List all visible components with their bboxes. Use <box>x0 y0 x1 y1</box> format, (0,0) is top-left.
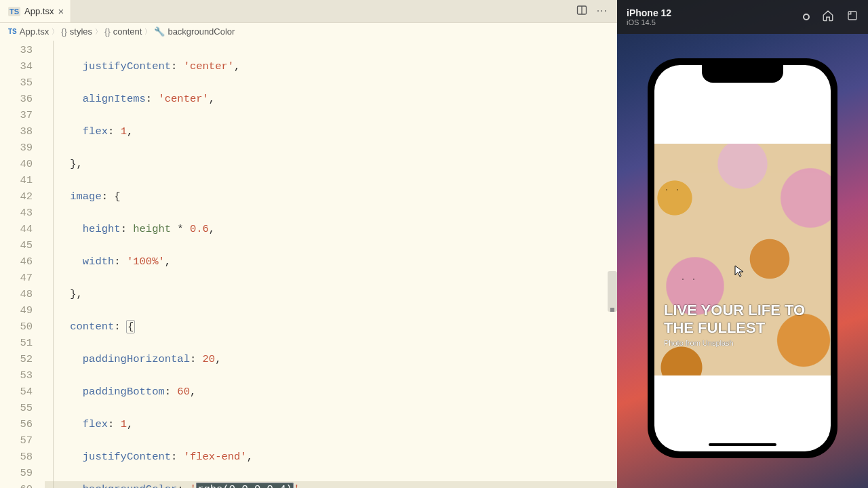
simulator-pane: iPhone 12 iOS 14.5 LIVE YOUR LIFE TO THE… <box>617 0 868 488</box>
text-selection[interactable]: rgba(0,0,0,0.4) <box>196 483 294 488</box>
line-number: 57 <box>0 432 33 449</box>
chevron-right-icon: 〉 <box>95 27 102 37</box>
line-number: 45 <box>0 237 33 253</box>
editor-tab-app-tsx[interactable]: TS App.tsx × <box>0 0 71 22</box>
simulator-device-name: iPhone 12 <box>627 7 671 18</box>
line-number: 53 <box>0 367 33 384</box>
line-number: 51 <box>0 335 33 351</box>
app-attribution-text: Photo from Unsplash <box>664 339 821 347</box>
device-frame: LIVE YOUR LIFE TO THE FULLEST Photo from… <box>648 58 837 458</box>
line-number: 36 <box>0 91 33 107</box>
symbol-object-icon: {} <box>61 26 67 37</box>
device-notch <box>702 65 783 83</box>
line-number: 49 <box>0 302 33 319</box>
chevron-right-icon: 〉 <box>52 27 58 37</box>
line-number: 60 <box>0 481 33 488</box>
line-number: 40 <box>0 156 33 172</box>
line-number: 52 <box>0 351 33 367</box>
typescript-icon: TS <box>8 7 20 16</box>
line-number: 59 <box>0 465 33 481</box>
typescript-icon: TS <box>8 28 17 35</box>
home-indicator[interactable] <box>709 443 776 446</box>
external-window-icon[interactable] <box>846 9 859 24</box>
active-line[interactable]: backgroundColor: 'rgba(0,0,0,0.4)', <box>45 481 617 488</box>
line-number: 56 <box>0 416 33 432</box>
more-actions-icon[interactable]: ··· <box>597 5 608 18</box>
breadcrumb-file[interactable]: App.tsx <box>20 26 49 37</box>
breadcrumb-symbol-content[interactable]: content <box>113 26 142 37</box>
tab-filename: App.tsx <box>24 6 54 16</box>
line-number: 46 <box>0 253 33 270</box>
simulator-header: iPhone 12 iOS 14.5 <box>617 0 868 34</box>
line-number: 43 <box>0 205 33 221</box>
line-number: 41 <box>0 172 33 188</box>
svg-rect-2 <box>848 12 856 20</box>
line-number: 35 <box>0 75 33 91</box>
code-editor-pane: TS App.tsx × ··· TS App.tsx 〉 {} styles … <box>0 0 617 488</box>
line-number: 42 <box>0 188 33 205</box>
line-number: 39 <box>0 140 33 156</box>
app-content-overlay: LIVE YOUR LIFE TO THE FULLEST Photo from… <box>654 144 831 375</box>
line-number: 55 <box>0 400 33 416</box>
split-editor-icon[interactable] <box>576 5 587 18</box>
breadcrumb-symbol-styles[interactable]: styles <box>70 26 92 37</box>
line-number: 47 <box>0 270 33 286</box>
symbol-property-icon: 🔧 <box>154 26 165 37</box>
line-number: 48 <box>0 286 33 302</box>
line-number: 38 <box>0 123 33 140</box>
code-area[interactable]: 3334353637383940414243444546474849505152… <box>0 41 617 488</box>
line-number: 34 <box>0 58 33 75</box>
home-icon[interactable] <box>822 9 834 24</box>
line-number: 37 <box>0 107 33 123</box>
line-number: 54 <box>0 384 33 400</box>
line-number-gutter: 3334353637383940414243444546474849505152… <box>0 41 45 488</box>
app-background-image: LIVE YOUR LIFE TO THE FULLEST Photo from… <box>654 144 831 375</box>
device-screen[interactable]: LIVE YOUR LIFE TO THE FULLEST Photo from… <box>654 65 831 451</box>
close-icon[interactable]: × <box>58 5 64 17</box>
overview-ruler-marker <box>610 308 614 312</box>
line-number: 50 <box>0 319 33 335</box>
scrollbar-thumb[interactable] <box>608 271 617 312</box>
record-icon[interactable] <box>803 14 810 20</box>
simulator-os-version: iOS 14.5 <box>627 18 671 26</box>
chevron-right-icon: 〉 <box>144 27 151 37</box>
line-number: 33 <box>0 42 33 58</box>
code-content[interactable]: justifyContent: 'center', alignItems: 'c… <box>45 41 617 488</box>
symbol-object-icon: {} <box>104 26 111 37</box>
breadcrumb[interactable]: TS App.tsx 〉 {} styles 〉 {} content 〉 🔧 … <box>0 23 617 41</box>
line-number: 44 <box>0 221 33 237</box>
breadcrumb-symbol-backgroundcolor[interactable]: backgroundColor <box>167 26 235 37</box>
line-number: 58 <box>0 449 33 465</box>
app-heading-text: LIVE YOUR LIFE TO THE FULLEST <box>664 302 821 336</box>
editor-tab-bar: TS App.tsx × ··· <box>0 0 617 23</box>
